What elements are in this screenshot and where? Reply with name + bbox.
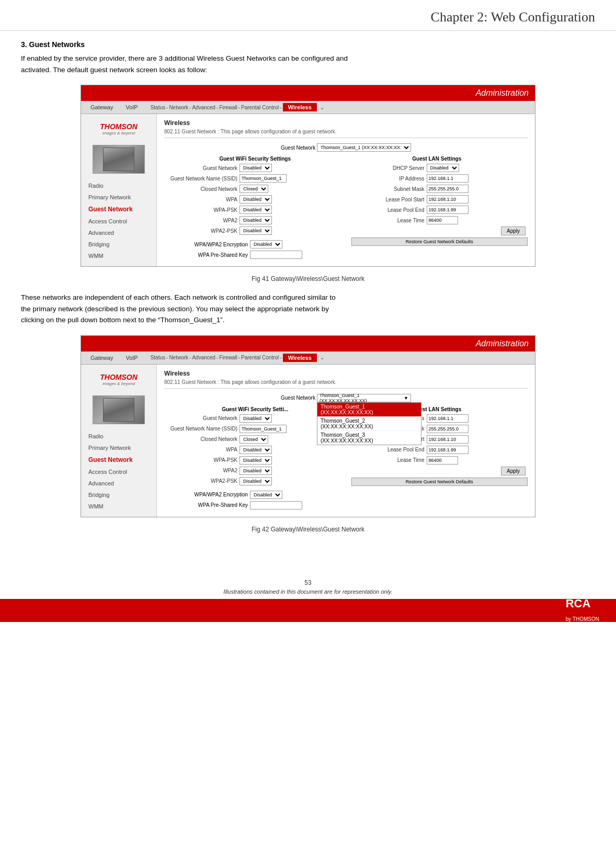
- nav-sep3-2: -: [216, 355, 218, 360]
- apply-button-2[interactable]: Apply: [501, 467, 526, 475]
- rca-logo: RCA by THOMSON: [566, 597, 599, 624]
- wpa2-select[interactable]: Disabled: [239, 216, 272, 224]
- sidebar-item-bridging[interactable]: Bridging: [81, 239, 156, 250]
- sidebar-item-radio[interactable]: Radio: [81, 180, 156, 191]
- wpa-enc-select[interactable]: Disabled: [250, 240, 282, 248]
- thomson-sub-2: images & beyond: [88, 381, 149, 386]
- nav-sep5: -: [280, 105, 281, 110]
- guest-network-select[interactable]: Thomson_Guest_1 (XX:XX:XX:XX:XX:XX): [317, 143, 411, 152]
- ip-input[interactable]: [427, 174, 469, 183]
- nav-sep4-2: -: [238, 355, 240, 360]
- dropdown-option-1[interactable]: Thomson_Guest_1 (XX:XX:XX:XX:XX:XX): [317, 403, 421, 416]
- wpa-select-2[interactable]: Disabled: [239, 446, 272, 454]
- restore-button[interactable]: Restore Guest Network Defaults: [351, 237, 528, 246]
- wpa-psk-label-2: WPA-PSK: [164, 457, 237, 463]
- sidebar-item-bridging-2[interactable]: Bridging: [81, 489, 156, 501]
- lease-time-input[interactable]: [427, 216, 458, 224]
- guest-network-label: Guest Network: [281, 145, 315, 151]
- router-header: Administration: [81, 85, 535, 101]
- wpa-enc-label: WPA/WPA2 Encryption: [164, 242, 248, 247]
- ip-input-2[interactable]: [427, 414, 469, 423]
- nav-wireless[interactable]: Wireless: [283, 103, 317, 111]
- dropdown-option-2[interactable]: Thomson_Guest_2 (XX:XX:XX:XX:XX:XX): [317, 416, 421, 430]
- wpa2-label-2: WPA2: [164, 468, 237, 473]
- nav-status: Status: [151, 105, 165, 110]
- nav-sep2-2: -: [189, 355, 191, 360]
- nav-status-2: Status: [151, 355, 165, 360]
- guest-network-en-select[interactable]: Disabled: [239, 164, 272, 172]
- wpa2-psk-select[interactable]: Disabled: [239, 226, 272, 235]
- restore-button-2[interactable]: Restore Guest Network Defaults: [351, 478, 528, 486]
- wpa-psk-key-input[interactable]: [250, 251, 302, 259]
- sidebar-item-advanced-2[interactable]: Advanced: [81, 478, 156, 489]
- wpa-enc-row: WPA/WPA2 Encryption Disabled: [164, 240, 341, 248]
- router-ui-fig42: Administration Gateway VoIP Status - Net…: [81, 335, 535, 517]
- guest-network-dropdown[interactable]: Thomson_Guest_1 (XX:XX:XX:XX:XX:XX) ▼: [317, 394, 411, 402]
- lease-end-input[interactable]: [427, 206, 469, 214]
- nav-parental-2: Parental Control: [241, 355, 279, 360]
- wireless-subtitle: 802.11 Guest Network : This page allows …: [164, 129, 528, 138]
- wpa2-psk-select-2[interactable]: Disabled: [239, 477, 272, 485]
- sidebar-item-guest[interactable]: Guest Network: [81, 203, 156, 216]
- closed-select[interactable]: Closed: [239, 185, 268, 193]
- ssid-input-2[interactable]: [239, 425, 287, 433]
- sidebar-item-primary[interactable]: Primary Network: [81, 191, 156, 203]
- nav-network: Network: [169, 105, 188, 110]
- wpa2-row-2: WPA2 Disabled: [164, 467, 341, 475]
- dropdown-option-3[interactable]: Thomson_Guest_3 (XX:XX:XX:XX:XX:XX): [317, 430, 421, 445]
- admin-label-2: Administration: [476, 339, 529, 348]
- lease-start-input-2[interactable]: [427, 435, 469, 444]
- sidebar-item-primary-2[interactable]: Primary Network: [81, 442, 156, 454]
- ip-label: IP Address: [351, 176, 425, 182]
- subnet-input[interactable]: [427, 185, 469, 193]
- sidebar-item-radio-2[interactable]: Radio: [81, 430, 156, 442]
- closed-label-2: Closed Network: [164, 436, 237, 442]
- apply-button[interactable]: Apply: [501, 226, 526, 235]
- wpa2-select-2[interactable]: Disabled: [239, 467, 272, 475]
- sidebar-item-access[interactable]: Access Control: [81, 216, 156, 227]
- nav-chevron-icon: ⌄: [320, 105, 324, 110]
- wpa-row-2: WPA Disabled: [164, 446, 341, 454]
- thomson-sub: images & beyond: [88, 131, 149, 135]
- closed-row-2: Closed Network Closed: [164, 435, 341, 444]
- sidebar-item-access-2[interactable]: Access Control: [81, 466, 156, 478]
- wpa-psk-select[interactable]: Disabled: [239, 206, 272, 214]
- nav-advanced: Advanced: [192, 105, 215, 110]
- lease-end-input-2[interactable]: [427, 446, 469, 454]
- sidebar-item-wmm[interactable]: WMM: [81, 250, 156, 262]
- nav-chevron-icon-2: ⌄: [320, 355, 324, 360]
- ssid-label: Guest Network Name (SSID): [164, 176, 237, 182]
- nav-gateway[interactable]: Gateway: [85, 103, 118, 111]
- nav-gateway-2[interactable]: Gateway: [85, 354, 118, 362]
- guest-network-en-select-2[interactable]: Disabled: [239, 414, 272, 423]
- lease-time-input-2[interactable]: [427, 456, 458, 465]
- guest-network-dropdown-wrapper: Thomson_Guest_1 (XX:XX:XX:XX:XX:XX) ▼ Th…: [317, 394, 411, 402]
- wpa-enc-select-2[interactable]: Disabled: [250, 491, 282, 499]
- page-number: 53: [21, 579, 595, 586]
- ssid-input[interactable]: [239, 174, 287, 183]
- lease-start-input[interactable]: [427, 195, 469, 203]
- wpa-psk-select-2[interactable]: Disabled: [239, 456, 272, 465]
- subnet-input-2[interactable]: [427, 425, 469, 433]
- wpa-select[interactable]: Disabled: [239, 195, 272, 203]
- wpa-psk-label: WPA-PSK: [164, 207, 237, 213]
- nav-sep4: -: [238, 105, 240, 110]
- dhcp-select[interactable]: Disabled: [427, 164, 459, 172]
- middle-paragraph: These networks are independent of each o…: [21, 292, 595, 326]
- sidebar-item-guest-2[interactable]: Guest Network: [81, 454, 156, 466]
- router-sidebar: THOMSON images & beyond Radio Primary Ne…: [81, 114, 157, 266]
- closed-select-2[interactable]: Closed: [239, 435, 268, 444]
- ssid-row: Guest Network Name (SSID): [164, 174, 341, 183]
- router-body: THOMSON images & beyond Radio Primary Ne…: [81, 114, 535, 266]
- nav-wireless-2[interactable]: Wireless: [283, 354, 317, 362]
- sidebar-item-advanced[interactable]: Advanced: [81, 227, 156, 239]
- section-heading: 3. Guest Networks: [21, 40, 595, 49]
- fig42-caption: Fig 42 Gateway\Wireless\Guest Network: [21, 526, 595, 533]
- nav-voip[interactable]: VoIP: [120, 103, 143, 111]
- form-section: Guest Network Disabled Guest Network Nam…: [164, 164, 528, 261]
- sidebar-item-wmm-2[interactable]: WMM: [81, 501, 156, 512]
- ip-row: IP Address: [351, 174, 528, 183]
- nav-voip-2[interactable]: VoIP: [120, 354, 143, 362]
- wpa-psk-key-input-2[interactable]: [250, 501, 302, 509]
- rca-sub: by THOMSON: [566, 616, 599, 622]
